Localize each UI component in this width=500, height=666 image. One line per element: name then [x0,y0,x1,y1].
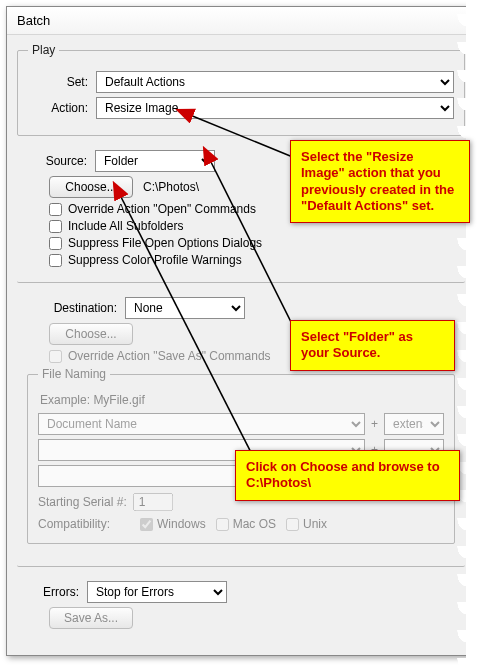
suppress-open-dialogs-checkbox[interactable] [49,237,62,250]
override-open-label: Override Action "Open" Commands [68,202,256,216]
suppress-color-warnings-label: Suppress Color Profile Warnings [68,253,242,267]
suppress-color-warnings-checkbox[interactable] [49,254,62,267]
naming-token-2: extension [384,413,444,435]
override-saveas-checkbox [49,350,62,363]
serial-input [133,493,173,511]
source-path: C:\Photos\ [143,180,199,194]
serial-label: Starting Serial #: [38,495,127,509]
suppress-open-dialogs-label: Suppress File Open Options Dialogs [68,236,262,250]
destination-label: Destination: [27,301,117,315]
action-dropdown[interactable]: Resize Image [96,97,454,119]
set-label: Set: [28,75,88,89]
source-dropdown[interactable]: Folder [95,150,215,172]
example-label: Example: [40,393,90,407]
dialog-title: Batch [7,7,475,35]
source-choose-button[interactable]: Choose... [49,176,133,198]
set-dropdown[interactable]: Default Actions [96,71,454,93]
callout-action: Select the "Resize Image" action that yo… [290,140,470,223]
naming-token-1: Document Name [38,413,365,435]
callout-source: Select "Folder" as your Source. [290,320,455,371]
save-as-button[interactable]: Save As... [49,607,133,629]
compat-mac-checkbox [216,518,229,531]
example-value: MyFile.gif [93,393,144,407]
torn-edge-decoration [466,0,500,666]
destination-dropdown[interactable]: None [125,297,245,319]
source-label: Source: [27,154,87,168]
override-saveas-label: Override Action "Save As" Commands [68,349,271,363]
action-label: Action: [28,101,88,115]
callout-choose: Click on Choose and browse to C:\Photos\ [235,450,460,501]
errors-group: Errors: Stop for Errors Save As... [17,577,465,645]
compat-windows-checkbox [140,518,153,531]
compat-label: Compatibility: [38,517,130,531]
compat-unix-checkbox [286,518,299,531]
file-naming-legend: File Naming [38,367,110,381]
compat-unix-label: Unix [303,517,327,531]
errors-dropdown[interactable]: Stop for Errors [87,581,227,603]
destination-choose-button[interactable]: Choose... [49,323,133,345]
plus-icon: + [371,417,378,431]
compat-windows-label: Windows [157,517,206,531]
play-group: Play Set: Default Actions Action: Resize… [17,43,465,136]
play-legend: Play [28,43,59,57]
include-subfolders-checkbox[interactable] [49,220,62,233]
errors-label: Errors: [27,585,79,599]
compat-mac-label: Mac OS [233,517,276,531]
include-subfolders-label: Include All Subfolders [68,219,183,233]
override-open-checkbox[interactable] [49,203,62,216]
